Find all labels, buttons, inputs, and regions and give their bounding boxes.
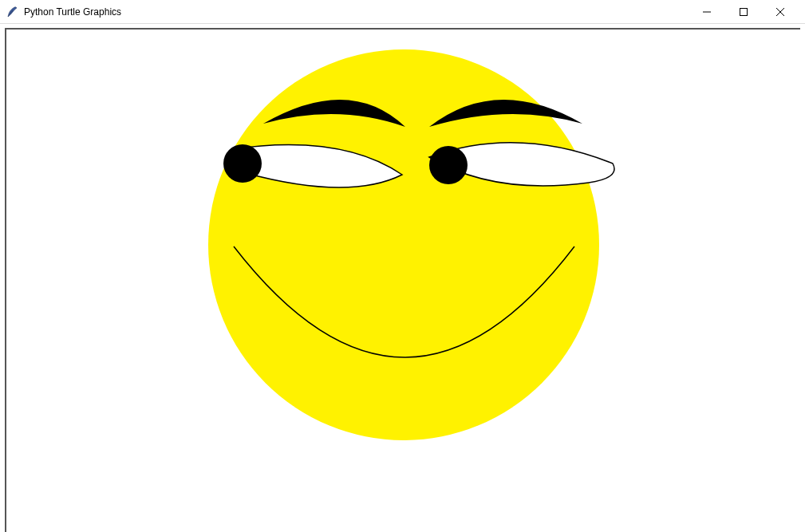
right-pupil xyxy=(429,146,468,184)
left-pupil xyxy=(223,144,262,183)
canvas-frame xyxy=(5,28,800,532)
close-button[interactable] xyxy=(762,0,799,24)
maximize-button[interactable] xyxy=(725,0,762,24)
feather-icon xyxy=(6,6,19,18)
window-titlebar: Python Turtle Graphics xyxy=(0,0,805,24)
svg-rect-1 xyxy=(740,8,748,15)
turtle-canvas xyxy=(6,30,800,532)
window-title: Python Turtle Graphics xyxy=(24,6,689,18)
minimize-button[interactable] xyxy=(689,0,725,24)
turtle-drawing xyxy=(6,30,800,532)
window-controls xyxy=(689,0,799,24)
